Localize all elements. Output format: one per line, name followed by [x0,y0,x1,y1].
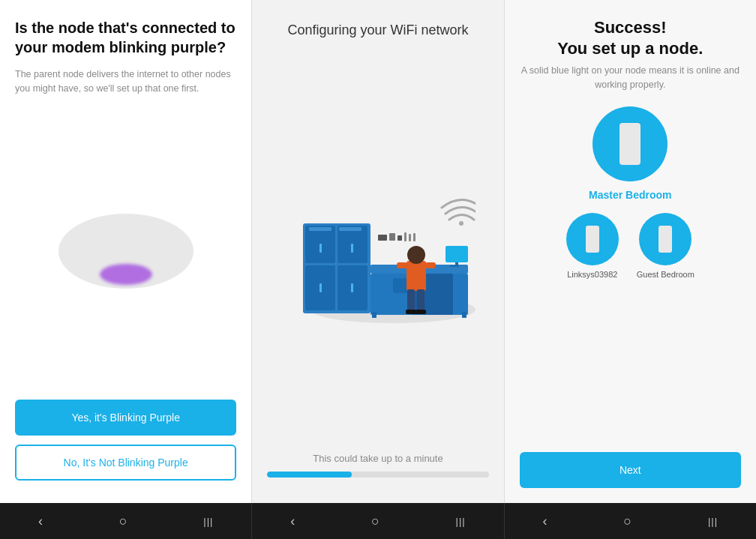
svg-rect-27 [413,233,416,241]
secondary-node-0-circle [566,213,619,265]
nav-section-1: ‹ ○ ||| [0,503,252,539]
secondary-node-0-device [586,226,599,253]
svg-rect-11 [339,227,362,231]
back-icon-1[interactable]: ‹ [38,514,43,529]
svg-rect-22 [378,235,387,241]
svg-rect-17 [372,312,376,318]
secondary-node-1-circle [639,213,692,265]
main-node-circle [592,106,668,181]
purple-light [100,264,152,285]
secondary-nodes-container: Linksys03982 Guest Bedroom [566,213,694,437]
menu-icon-2[interactable]: ||| [456,516,466,527]
svg-rect-7 [351,244,353,253]
menu-icon-1[interactable]: ||| [203,516,213,527]
node-visual [15,118,236,385]
svg-rect-10 [309,227,332,231]
svg-rect-20 [455,262,458,265]
back-icon-2[interactable]: ‹ [290,514,295,529]
screen-configuring-wifi: Configuring your WiFi network [252,0,504,503]
progress-bar-fill [267,472,351,478]
secondary-node-1-device [658,226,672,253]
main-node-label: Master Bedroom [589,189,671,201]
kitchen-svg [280,178,476,328]
home-icon-2[interactable]: ○ [371,514,380,529]
back-icon-3[interactable]: ‹ [543,514,548,529]
main-node-device [620,123,640,165]
secondary-node-1: Guest Bedroom [637,213,694,279]
screen1-subtitle: The parent node delivers the internet to… [15,67,236,96]
svg-rect-21 [450,265,459,267]
svg-rect-35 [425,262,436,268]
svg-rect-30 [407,289,415,312]
svg-rect-25 [404,232,406,241]
svg-point-29 [407,246,425,264]
secondary-node-1-label: Guest Bedroom [637,270,694,279]
svg-rect-9 [351,283,353,292]
node-oval [58,206,194,296]
secondary-node-0: Linksys03982 [566,213,619,279]
svg-rect-26 [409,234,411,241]
kitchen-illustration [267,53,488,453]
progress-area: This could take up to a minute [267,453,488,485]
screen-blinking-purple: Is the node that's connected to your mod… [0,0,252,503]
svg-rect-31 [417,289,424,312]
nav-section-2: ‹ ○ ||| [252,503,504,539]
svg-rect-24 [398,235,402,241]
screen3-subtitle: A solid blue light on your node means it… [520,64,741,92]
svg-point-36 [459,221,464,226]
progress-label: This could take up to a minute [267,453,488,464]
screen3-title-line1: Success! [594,18,667,37]
secondary-node-0-label: Linksys03982 [567,270,617,279]
svg-rect-8 [320,283,322,292]
svg-rect-18 [462,312,466,318]
menu-icon-3[interactable]: ||| [708,516,718,527]
nav-section-3: ‹ ○ ||| [505,503,756,539]
main-node: Master Bedroom [589,106,671,201]
svg-rect-28 [406,261,426,291]
screen3-title-line2: You set up a node. [557,39,703,58]
svg-rect-33 [416,310,426,314]
screen-success: Success! You set up a node. A solid blue… [505,0,756,503]
svg-rect-23 [389,233,395,241]
svg-rect-34 [397,262,407,268]
home-icon-1[interactable]: ○ [119,514,128,529]
screen2-title: Configuring your WiFi network [287,22,468,38]
svg-rect-6 [320,244,322,253]
progress-bar-background [267,472,488,478]
svg-rect-32 [406,310,416,314]
no-blinking-purple-button[interactable]: No, It's Not Blinking Purple [15,445,236,481]
home-icon-3[interactable]: ○ [623,514,632,529]
yes-blinking-purple-button[interactable]: Yes, it's Blinking Purple [15,400,236,436]
svg-rect-19 [446,246,468,262]
next-button[interactable]: Next [520,452,741,488]
screen1-title: Is the node that's connected to your mod… [15,18,236,57]
navigation-bar: ‹ ○ ||| ‹ ○ ||| ‹ ○ ||| [0,503,756,539]
screen1-buttons: Yes, it's Blinking Purple No, It's Not B… [15,400,236,488]
